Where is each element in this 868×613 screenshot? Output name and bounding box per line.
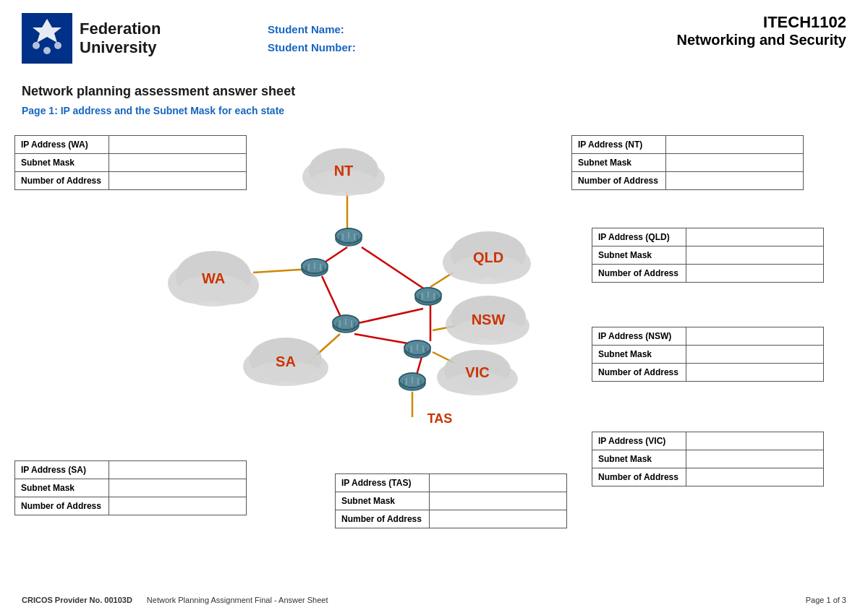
table-sa: IP Address (SA) Subnet Mask Number of Ad…: [14, 460, 247, 515]
logo-area: Federation University: [22, 13, 253, 64]
svg-point-3: [54, 42, 61, 49]
table-nsw: IP Address (NSW) Subnet Mask Number of A…: [592, 327, 824, 382]
value-sa-addr[interactable]: [109, 497, 247, 515]
network-diagram: WA NT QLD: [101, 121, 593, 468]
svg-text:WA: WA: [202, 270, 225, 286]
table-row: Number of Address: [572, 172, 804, 190]
student-number-label: Student Number:: [268, 41, 356, 53]
value-tas-ip[interactable]: [430, 474, 567, 492]
table-row: Number of Address: [592, 468, 824, 486]
label-tas-subnet: Subnet Mask: [336, 492, 430, 510]
label-tas-ip: IP Address (TAS): [336, 474, 430, 492]
router-wa: [302, 259, 328, 276]
value-nt-addr[interactable]: [666, 172, 804, 190]
svg-point-2: [33, 42, 40, 49]
router-center: [404, 340, 430, 358]
router-nt: [336, 228, 362, 246]
value-tas-addr[interactable]: [430, 510, 567, 528]
table-vic: IP Address (VIC) Subnet Mask Number of A…: [592, 432, 824, 486]
value-tas-subnet[interactable]: [430, 492, 567, 510]
value-nt-ip[interactable]: [666, 136, 804, 154]
table-tas: IP Address (TAS) Subnet Mask Number of A…: [335, 473, 567, 528]
svg-text:VIC: VIC: [465, 364, 489, 380]
router-center-left: [333, 315, 359, 333]
label-wa-addr: Number of Address: [15, 172, 109, 190]
svg-text:QLD: QLD: [473, 249, 503, 265]
student-name-label: Student Name:: [268, 23, 356, 35]
qld-cloud: QLD: [443, 231, 531, 284]
table-row: IP Address (NSW): [592, 327, 824, 346]
value-vic-addr[interactable]: [686, 468, 824, 486]
table-row: Subnet Mask: [592, 450, 824, 468]
router-qld-nsw: [415, 288, 441, 305]
label-nsw-ip: IP Address (NSW): [592, 327, 686, 346]
label-nsw-addr: Number of Address: [592, 364, 686, 382]
label-wa-subnet: Subnet Mask: [15, 154, 109, 172]
network-svg: WA NT QLD: [101, 121, 593, 468]
table-row: Subnet Mask: [336, 492, 567, 510]
course-name: Networking and Security: [677, 32, 847, 48]
label-sa-addr: Number of Address: [15, 497, 109, 515]
footer: CRICOS Provider No. 00103D Network Plann…: [0, 596, 868, 604]
footer-left: CRICOS Provider No. 00103D Network Plann…: [22, 596, 328, 604]
table-nt: IP Address (NT) Subnet Mask Number of Ad…: [571, 135, 804, 190]
university-logo: [22, 13, 72, 64]
label-tas-addr: Number of Address: [336, 510, 430, 528]
value-vic-ip[interactable]: [686, 432, 824, 450]
table-row: Subnet Mask: [572, 154, 804, 172]
student-info: Student Name: Student Number:: [268, 23, 356, 53]
table-row: Subnet Mask: [15, 479, 247, 497]
footer-doc-name: Network Planning Assignment Final - Answ…: [147, 596, 328, 604]
table-row: Subnet Mask: [592, 346, 824, 364]
label-vic-ip: IP Address (VIC): [592, 432, 686, 450]
value-qld-addr[interactable]: [686, 265, 824, 283]
svg-text:SA: SA: [276, 353, 296, 369]
value-qld-ip[interactable]: [686, 228, 824, 247]
footer-page: Page 1 of 3: [806, 596, 846, 604]
table-qld: IP Address (QLD) Subnet Mask Number of A…: [592, 228, 824, 283]
sa-cloud: SA: [243, 338, 328, 386]
table-row: Number of Address: [336, 510, 567, 528]
table-row: IP Address (QLD): [592, 228, 824, 247]
table-row: Number of Address: [15, 497, 247, 515]
value-sa-subnet[interactable]: [109, 479, 247, 497]
label-qld-ip: IP Address (QLD): [592, 228, 686, 247]
value-vic-subnet[interactable]: [686, 450, 824, 468]
value-nt-subnet[interactable]: [666, 154, 804, 172]
table-row: Number of Address: [592, 364, 824, 382]
svg-text:TAS: TAS: [427, 411, 453, 426]
nt-cloud: NT: [302, 148, 385, 196]
table-row: IP Address (TAS): [336, 474, 567, 492]
page-title-section: Network planning assessment answer sheet…: [0, 72, 868, 121]
label-vic-subnet: Subnet Mask: [592, 450, 686, 468]
course-code: ITECH1102: [677, 13, 847, 32]
label-wa-ip: IP Address (WA): [15, 136, 109, 154]
svg-line-13: [362, 247, 427, 291]
university-name: Federation University: [80, 20, 161, 58]
page-subtitle: Page 1: IP address and the Subnet Mask f…: [22, 105, 846, 116]
svg-point-4: [43, 47, 51, 54]
content-area: IP Address (WA) Subnet Mask Number of Ad…: [0, 121, 868, 598]
svg-text:NSW: NSW: [472, 312, 506, 327]
nsw-cloud: NSW: [446, 296, 529, 345]
value-nsw-ip[interactable]: [686, 327, 824, 346]
label-vic-addr: Number of Address: [592, 468, 686, 486]
svg-text:NT: NT: [334, 163, 354, 179]
footer-cricos: CRICOS Provider No. 00103D: [22, 596, 132, 604]
value-qld-subnet[interactable]: [686, 247, 824, 265]
label-sa-subnet: Subnet Mask: [15, 479, 109, 497]
label-nsw-subnet: Subnet Mask: [592, 346, 686, 364]
wa-cloud: WA: [168, 251, 259, 306]
svg-line-15: [358, 309, 423, 323]
table-row: Number of Address: [592, 265, 824, 283]
tas-label: TAS: [427, 411, 453, 426]
table-row: IP Address (NT): [572, 136, 804, 154]
table-row: IP Address (VIC): [592, 432, 824, 450]
label-sa-ip: IP Address (SA): [15, 461, 109, 479]
main-title: Network planning assessment answer sheet: [22, 84, 846, 99]
label-qld-subnet: Subnet Mask: [592, 247, 686, 265]
value-nsw-subnet[interactable]: [686, 346, 824, 364]
router-tas: [399, 373, 425, 390]
value-nsw-addr[interactable]: [686, 364, 824, 382]
course-info: ITECH1102 Networking and Security: [677, 13, 847, 48]
